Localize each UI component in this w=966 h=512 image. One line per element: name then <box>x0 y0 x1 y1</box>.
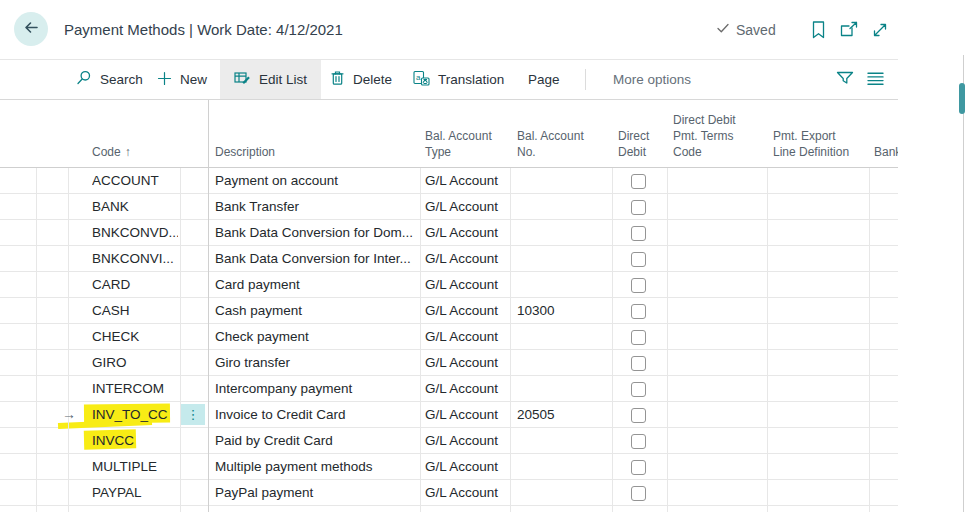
direct-debit-checkbox[interactable] <box>631 174 646 189</box>
direct-debit-checkbox[interactable] <box>631 304 646 319</box>
column-header-bal_account_no[interactable]: Bal. Account No. <box>517 128 589 160</box>
table-row[interactable]: ACCOUNTPayment on accountG/L Account <box>0 168 898 194</box>
cell-bal_account_no[interactable]: 20505 <box>517 402 609 427</box>
popout-icon[interactable] <box>839 20 859 40</box>
cell-bal_account_no[interactable] <box>517 428 609 453</box>
filter-button[interactable] <box>836 60 854 99</box>
direct-debit-checkbox[interactable] <box>631 486 646 501</box>
cell-bal_account_no[interactable] <box>517 168 609 193</box>
cell-code[interactable]: CHECK <box>92 324 178 349</box>
table-row[interactable]: MULTIPLEMultiple payment methodsG/L Acco… <box>0 454 898 480</box>
cell-bal_account_no[interactable] <box>517 324 609 349</box>
cell-code[interactable]: CARD <box>92 272 178 297</box>
cell-description[interactable]: Giro transfer <box>215 350 415 375</box>
view-list-button[interactable] <box>867 60 884 99</box>
row-menu-button[interactable]: ⋮ <box>181 404 205 425</box>
cell-bal_account_type[interactable]: G/L Account <box>425 428 507 453</box>
cell-description[interactable]: Payment on account <box>215 168 415 193</box>
cell-description[interactable]: PayPal payment <box>215 480 415 505</box>
table-row[interactable]: INVCCPaid by Credit CardG/L Account <box>0 428 898 454</box>
edit-list-button[interactable]: Edit List <box>220 60 321 99</box>
table-row[interactable]: CARDCard paymentG/L Account <box>0 272 898 298</box>
direct-debit-checkbox[interactable] <box>631 200 646 215</box>
table-row[interactable]: →⋮INV_TO_CCInvoice to Credit CardG/L Acc… <box>0 402 898 428</box>
column-header-description[interactable]: Description <box>215 144 319 160</box>
cell-bal_account_no[interactable] <box>517 376 609 401</box>
cell-bal_account_type[interactable]: G/L Account <box>425 454 507 479</box>
direct-debit-checkbox[interactable] <box>631 382 646 397</box>
more-options-button[interactable]: More options <box>613 60 691 99</box>
cell-bal_account_type[interactable]: G/L Account <box>425 350 507 375</box>
bookmark-icon[interactable] <box>808 20 828 40</box>
direct-debit-checkbox[interactable] <box>631 460 646 475</box>
back-button[interactable] <box>14 12 48 46</box>
cell-bal_account_type[interactable]: G/L Account <box>425 324 507 349</box>
cell-bal_account_no[interactable]: 10300 <box>517 298 609 323</box>
cell-bal_account_type[interactable]: G/L Account <box>425 272 507 297</box>
cell-code[interactable]: PAYPAL <box>92 480 178 505</box>
cell-description[interactable]: Invoice to Credit Card <box>215 402 415 427</box>
cell-code[interactable]: BANK <box>92 194 178 219</box>
delete-button[interactable]: Delete <box>330 60 392 99</box>
cell-code[interactable]: GIRO <box>92 350 178 375</box>
cell-description[interactable]: Card payment <box>215 272 415 297</box>
cell-bal_account_type[interactable]: G/L Account <box>425 168 507 193</box>
cell-description[interactable]: Multiple payment methods <box>215 454 415 479</box>
direct-debit-checkbox[interactable] <box>631 278 646 293</box>
cell-bal_account_no[interactable] <box>517 350 609 375</box>
cell-bal_account_type[interactable]: G/L Account <box>425 298 507 323</box>
cell-bal_account_no[interactable] <box>517 454 609 479</box>
direct-debit-checkbox[interactable] <box>631 408 646 423</box>
table-row[interactable]: GIROGiro transferG/L Account <box>0 350 898 376</box>
translation-button[interactable]: a Translation <box>413 60 504 99</box>
direct-debit-checkbox[interactable] <box>631 356 646 371</box>
table-row[interactable]: CHECKCheck paymentG/L Account <box>0 324 898 350</box>
column-header-pmt_export_line_def[interactable]: Pmt. Export Line Definition <box>773 128 857 160</box>
cell-bal_account_type[interactable]: G/L Account <box>425 220 507 245</box>
cell-code[interactable]: INV_TO_CC <box>92 402 178 427</box>
cell-bal_account_no[interactable] <box>517 480 609 505</box>
cell-code[interactable]: ACCOUNT <box>92 168 178 193</box>
column-header-direct_debit[interactable]: Direct Debit <box>618 128 666 160</box>
cell-description[interactable]: Bank Data Conversion for Inter... <box>215 246 415 271</box>
table-row[interactable]: BNKCONVD...Bank Data Conversion for Dom.… <box>0 220 898 246</box>
cell-code[interactable]: BNKCONVD... <box>92 220 178 245</box>
column-header-bank[interactable]: Bank <box>874 144 898 160</box>
cell-description[interactable]: Cash payment <box>215 298 415 323</box>
table-row[interactable]: CASHCash paymentG/L Account10300 <box>0 298 898 324</box>
cell-bal_account_no[interactable] <box>517 194 609 219</box>
cell-code[interactable]: CASH <box>92 298 178 323</box>
page-menu-button[interactable]: Page <box>528 60 560 99</box>
cell-code[interactable]: INTERCOM <box>92 376 178 401</box>
cell-bal_account_type[interactable]: G/L Account <box>425 246 507 271</box>
cell-bal_account_type[interactable]: G/L Account <box>425 376 507 401</box>
direct-debit-checkbox[interactable] <box>631 434 646 449</box>
new-button[interactable]: New <box>157 60 207 99</box>
search-button[interactable]: Search <box>76 60 143 99</box>
table-row[interactable]: INTERCOMIntercompany paymentG/L Account <box>0 376 898 402</box>
cell-description[interactable]: Bank Transfer <box>215 194 415 219</box>
cell-code[interactable]: INVCC <box>92 428 178 453</box>
table-row[interactable]: BNKCONVI...Bank Data Conversion for Inte… <box>0 246 898 272</box>
cell-bal_account_type[interactable]: G/L Account <box>425 402 507 427</box>
column-header-dd_pmt_terms_code[interactable]: Direct Debit Pmt. Terms Code <box>673 112 741 160</box>
cell-code[interactable]: BNKCONVI... <box>92 246 178 271</box>
direct-debit-checkbox[interactable] <box>631 226 646 241</box>
cell-bal_account_no[interactable] <box>517 220 609 245</box>
cell-code[interactable]: MULTIPLE <box>92 454 178 479</box>
direct-debit-checkbox[interactable] <box>631 252 646 267</box>
direct-debit-checkbox[interactable] <box>631 330 646 345</box>
cell-bal_account_no[interactable] <box>517 246 609 271</box>
cell-description[interactable]: Intercompany payment <box>215 376 415 401</box>
column-header-bal_account_type[interactable]: Bal. Account Type <box>425 128 497 160</box>
column-header-code[interactable]: Code↑ <box>92 144 176 160</box>
table-row[interactable]: BANKBank TransferG/L Account <box>0 194 898 220</box>
cell-bal_account_no[interactable] <box>517 272 609 297</box>
table-row[interactable]: PAYPALPayPal paymentG/L Account <box>0 480 898 506</box>
cell-bal_account_type[interactable]: G/L Account <box>425 194 507 219</box>
expand-icon[interactable] <box>870 20 890 40</box>
cell-description[interactable]: Paid by Credit Card <box>215 428 415 453</box>
cell-description[interactable]: Bank Data Conversion for Dom... <box>215 220 415 245</box>
cell-description[interactable]: Check payment <box>215 324 415 349</box>
vertical-scrollbar-thumb[interactable] <box>959 83 965 114</box>
